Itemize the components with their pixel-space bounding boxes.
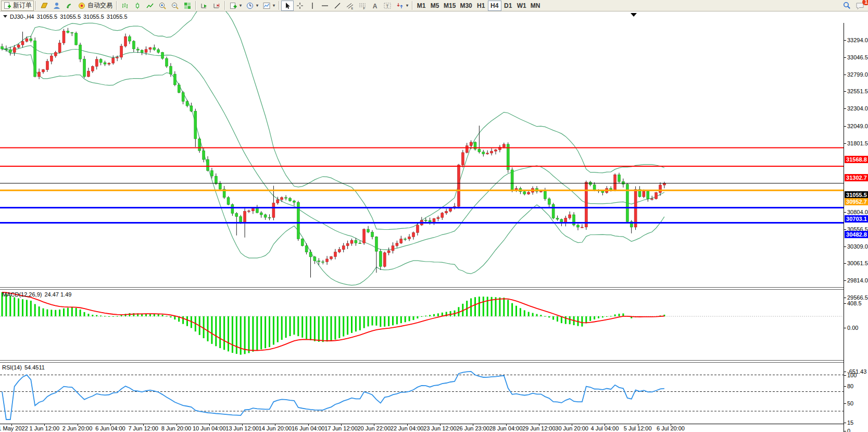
timeframe-button-D1[interactable]: D1 [501, 1, 515, 11]
price-tick-label: 31801.5 [847, 140, 868, 146]
timeframe-button-H4[interactable]: H4 [488, 1, 501, 11]
price-tick-label-dash [844, 75, 846, 75]
dropdown-caret-icon: ▾ [273, 3, 275, 8]
level-price-badge: 30482.8 [845, 231, 868, 238]
toolbar-separator [279, 1, 280, 10]
rsi-pane[interactable]: RSI(14)54.4511 [0, 363, 844, 424]
search-icon [842, 1, 851, 10]
time-tick-label: 22 Jun 04:00 [391, 425, 424, 431]
price-tick-label-dash [844, 298, 846, 298]
time-tick-label: 26 Jun 23:00 [456, 425, 489, 431]
time-tick-label: 6 Jun 04:00 [95, 425, 125, 431]
time-tick-label: 10 Jun 04:00 [193, 425, 226, 431]
timeframe-button-M30[interactable]: M30 [458, 1, 474, 11]
template-icon [262, 2, 271, 10]
timeframe-group: M1M5M15M30H1H4D1W1MN [414, 1, 542, 11]
horizontal-line-tool-button[interactable] [319, 1, 331, 11]
rsi-chart [0, 363, 844, 424]
trendline-tool-button[interactable] [331, 1, 344, 11]
navigator-button[interactable] [51, 1, 63, 11]
rsi-tick-label-dash [844, 423, 846, 423]
macd-chart [0, 290, 844, 360]
timeframe-button-H1[interactable]: H1 [474, 1, 488, 11]
rsi-tick-label-dash [844, 403, 846, 404]
bar-high-value: 31055.5 [60, 14, 81, 20]
new-chart-button[interactable]: ▾ [227, 1, 244, 11]
price-tick-label: 29814.0 [847, 277, 868, 283]
arrows-tool-button[interactable]: ▾ [394, 1, 410, 11]
zoom-out-button[interactable] [169, 1, 181, 11]
new-order-label: 新订单 [13, 1, 32, 10]
price-tick-label-dash [844, 40, 846, 41]
time-tick-label: 28 Jun 04:00 [489, 425, 523, 431]
macd-label: MACD(12,26,9)24.47 1.49 [2, 291, 71, 298]
vertical-line-icon [308, 2, 317, 10]
macd-tick-label-dash [844, 303, 846, 304]
crosshair-icon [296, 2, 304, 10]
rsi-tick-label-dash [844, 386, 846, 387]
templates-button[interactable]: ▾ [260, 1, 277, 11]
timeframe-button-M5[interactable]: M5 [428, 1, 442, 11]
price-tick-label: 33294.0 [847, 37, 868, 43]
bar-chart-button[interactable] [119, 1, 131, 11]
text-label-icon: T [383, 2, 392, 10]
auto-scroll-button[interactable] [198, 1, 210, 11]
symbol-marker-icon [3, 15, 7, 19]
toolbar-separator [195, 1, 196, 10]
fibonacci-tool-button[interactable]: F [356, 1, 369, 11]
notifications-button[interactable]: 1 [853, 1, 867, 11]
rsi-tick-label: 50 [847, 400, 853, 406]
text-label-tool-button[interactable]: T [381, 1, 394, 11]
autotrade-label: 自动交易 [87, 1, 112, 10]
mt4-window: 新订单 自动交易 [0, 0, 868, 432]
market-watch-button[interactable] [38, 1, 51, 11]
periods-button[interactable]: ▾ [244, 1, 260, 11]
chart-shift-button[interactable] [210, 1, 223, 11]
market-watch-icon [40, 2, 48, 10]
line-chart-button[interactable] [144, 1, 156, 11]
tile-windows-button[interactable] [181, 1, 194, 11]
zoom-out-icon [171, 2, 179, 10]
rsi-label: RSI(14)54.4511 [2, 364, 45, 371]
zoom-in-button[interactable] [156, 1, 169, 11]
price-tick-label: 30309.0 [847, 243, 868, 250]
crosshair-tool-button[interactable] [294, 1, 306, 11]
new-order-button[interactable]: 新订单 [1, 1, 34, 11]
price-tick-label-dash [844, 212, 846, 213]
vertical-line-tool-button[interactable] [306, 1, 319, 11]
price-tick-label-dash [844, 108, 846, 109]
cursor-tool-button[interactable] [281, 1, 294, 11]
search-button[interactable] [840, 1, 853, 11]
autotrade-icon [78, 2, 86, 10]
timeframe-button-M15[interactable]: M15 [442, 1, 458, 11]
time-tick-label: 16 Jun 04:00 [292, 425, 325, 431]
candlestick-chart-button[interactable] [131, 1, 144, 11]
channel-tool-button[interactable]: E [344, 1, 356, 11]
price-tick-label: 33046.5 [847, 54, 868, 60]
trendline-icon [333, 2, 342, 10]
price-tick-label-dash [844, 57, 846, 58]
timeframe-button-M1[interactable]: M1 [414, 1, 428, 11]
time-tick-label: 23 Jun 12:00 [423, 425, 457, 431]
price-chart-pane[interactable]: DJ30-,H4 31055.5 31055.5 31055.5 31055.5 [0, 11, 844, 287]
price-axis[interactable]: 33294.033046.532799.032551.532304.032049… [844, 23, 868, 432]
new-order-icon [3, 2, 11, 10]
price-tick-label: 32551.5 [847, 88, 868, 94]
timeframe-button-MN[interactable]: MN [529, 1, 543, 11]
text-tool-button[interactable]: A [369, 1, 381, 11]
autotrade-button[interactable]: 自动交易 [76, 1, 115, 11]
price-tick-label: 30061.5 [847, 260, 868, 266]
timeframe-button-W1[interactable]: W1 [515, 1, 529, 11]
signals-button[interactable] [63, 1, 76, 11]
cursor-icon [283, 2, 292, 10]
price-tick-label: 32799.0 [847, 71, 868, 78]
time-tick-label: 5 Jul 12:00 [624, 425, 652, 431]
chart-window: DJ30-,H4 31055.5 31055.5 31055.5 31055.5… [0, 11, 868, 432]
toolbar-separator [116, 1, 117, 10]
rsi-tick-label: 100 [847, 372, 857, 378]
bar-open-value: 31055.5 [36, 14, 57, 20]
time-axis[interactable]: 31 May 20221 Jun 12:002 Jun 20:006 Jun 0… [0, 424, 868, 432]
price-tick-label-dash [844, 263, 846, 264]
macd-pane[interactable]: MACD(12,26,9)24.47 1.49 [0, 290, 844, 360]
bar-chart-icon [121, 2, 129, 10]
